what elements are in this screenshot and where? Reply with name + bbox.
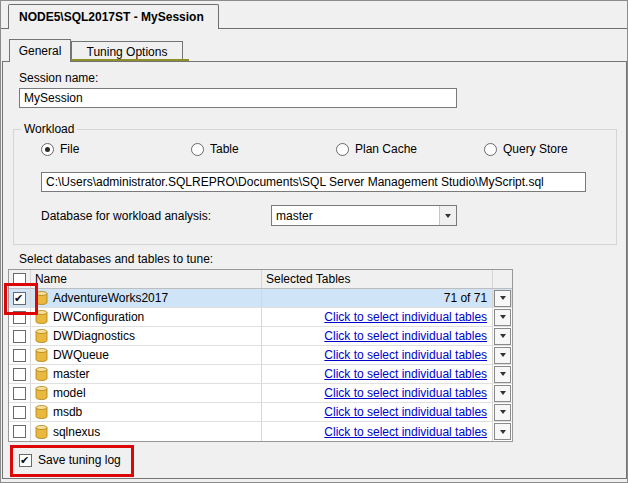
database-icon: [35, 367, 48, 381]
row-checkbox[interactable]: [13, 292, 26, 305]
chevron-down-icon: [500, 296, 506, 300]
chevron-down-icon: [500, 410, 506, 414]
column-header-selected-tables: Selected Tables: [266, 272, 351, 286]
radio-query-store-circle[interactable]: [484, 143, 497, 156]
db-name: msdb: [53, 405, 82, 419]
select-databases-label: Select databases and tables to tune:: [19, 252, 213, 266]
table-row[interactable]: AdventureWorks2017 71 of 71: [9, 289, 512, 308]
selected-tables-value[interactable]: Click to select individual tables: [324, 386, 487, 400]
row-checkbox[interactable]: [13, 311, 26, 324]
row-combo-cell[interactable]: [493, 327, 512, 345]
row-combo-cell[interactable]: [493, 403, 512, 421]
radio-plan-cache-label: Plan Cache: [355, 142, 417, 156]
row-tables-cell[interactable]: Click to select individual tables: [262, 346, 493, 364]
row-combo-cell[interactable]: [493, 384, 512, 402]
radio-file[interactable]: File: [41, 142, 79, 156]
row-name-cell[interactable]: sqlnexus: [31, 422, 262, 441]
tab-tuning-options[interactable]: Tuning Options: [71, 41, 183, 61]
tables-dropdown-button[interactable]: [494, 309, 511, 326]
row-checkbox-cell[interactable]: [9, 403, 31, 421]
tab-general[interactable]: General: [9, 39, 71, 62]
row-checkbox-cell[interactable]: [9, 365, 31, 383]
db-name: DWQueue: [53, 348, 109, 362]
selected-tables-value[interactable]: Click to select individual tables: [324, 348, 487, 362]
row-combo-cell[interactable]: [493, 289, 512, 307]
row-name-cell[interactable]: model: [31, 384, 262, 402]
radio-query-store[interactable]: Query Store: [484, 142, 568, 156]
table-row[interactable]: DWDiagnostics Click to select individual…: [9, 327, 512, 346]
selected-tables-value[interactable]: Click to select individual tables: [324, 329, 487, 343]
selected-tables-value[interactable]: Click to select individual tables: [324, 405, 487, 419]
tables-dropdown-button[interactable]: [494, 328, 511, 345]
table-row[interactable]: msdb Click to select individual tables: [9, 403, 512, 422]
row-tables-cell[interactable]: Click to select individual tables: [262, 403, 493, 421]
row-tables-cell[interactable]: Click to select individual tables: [262, 422, 493, 441]
row-checkbox[interactable]: [13, 349, 26, 362]
row-name-cell[interactable]: DWConfiguration: [31, 308, 262, 326]
row-checkbox-cell[interactable]: [9, 422, 31, 441]
tab-general-label: General: [19, 44, 62, 58]
row-checkbox[interactable]: [13, 406, 26, 419]
row-name-cell[interactable]: DWDiagnostics: [31, 327, 262, 345]
table-row[interactable]: model Click to select individual tables: [9, 384, 512, 403]
session-document-tab[interactable]: NODE5\SQL2017ST - MySession: [8, 4, 219, 29]
row-tables-cell[interactable]: Click to select individual tables: [262, 308, 493, 326]
save-log-checkbox[interactable]: [19, 454, 32, 467]
radio-plan-cache[interactable]: Plan Cache: [336, 142, 417, 156]
database-analysis-dropdown[interactable]: master: [271, 205, 457, 226]
tables-dropdown-button[interactable]: [494, 385, 511, 402]
database-analysis-value: master: [272, 209, 439, 223]
row-name-cell[interactable]: AdventureWorks2017: [31, 289, 262, 307]
chevron-down-icon: [500, 353, 506, 357]
db-name: master: [53, 367, 90, 381]
table-row[interactable]: master Click to select individual tables: [9, 365, 512, 384]
radio-file-circle[interactable]: [41, 143, 54, 156]
header-name-cell[interactable]: Name: [31, 270, 262, 288]
row-name-cell[interactable]: DWQueue: [31, 346, 262, 364]
tables-dropdown-button[interactable]: [494, 404, 511, 421]
table-row[interactable]: DWConfiguration Click to select individu…: [9, 308, 512, 327]
row-tables-cell[interactable]: Click to select individual tables: [262, 365, 493, 383]
radio-query-store-label: Query Store: [503, 142, 568, 156]
row-checkbox-cell[interactable]: [9, 289, 31, 307]
header-checkbox-cell[interactable]: [9, 270, 31, 288]
selected-tables-value[interactable]: Click to select individual tables: [324, 425, 487, 439]
header-tables-cell[interactable]: Selected Tables: [262, 270, 493, 288]
row-tables-cell[interactable]: Click to select individual tables: [262, 327, 493, 345]
table-row[interactable]: sqlnexus Click to select individual tabl…: [9, 422, 512, 441]
row-checkbox-cell[interactable]: [9, 346, 31, 364]
row-checkbox[interactable]: [13, 387, 26, 400]
workload-file-path-input[interactable]: [41, 172, 586, 192]
row-checkbox-cell[interactable]: [9, 308, 31, 326]
row-combo-cell[interactable]: [493, 365, 512, 383]
tables-dropdown-button[interactable]: [494, 347, 511, 364]
row-checkbox-cell[interactable]: [9, 384, 31, 402]
database-dropdown-button[interactable]: [439, 206, 456, 225]
radio-table[interactable]: Table: [191, 142, 239, 156]
row-name-cell[interactable]: msdb: [31, 403, 262, 421]
row-tables-cell[interactable]: 71 of 71: [262, 289, 493, 307]
radio-table-circle[interactable]: [191, 143, 204, 156]
radio-plan-cache-circle[interactable]: [336, 143, 349, 156]
tables-dropdown-button[interactable]: [494, 423, 511, 440]
chevron-down-icon: [500, 430, 506, 434]
row-checkbox[interactable]: [13, 330, 26, 343]
row-combo-cell[interactable]: [493, 346, 512, 364]
save-tuning-log-option[interactable]: Save tuning log: [19, 453, 121, 467]
row-combo-cell[interactable]: [493, 308, 512, 326]
db-name: AdventureWorks2017: [53, 291, 168, 305]
selected-tables-value[interactable]: 71 of 71: [444, 291, 487, 305]
selected-tables-value[interactable]: Click to select individual tables: [324, 310, 487, 324]
row-checkbox[interactable]: [13, 368, 26, 381]
row-name-cell[interactable]: master: [31, 365, 262, 383]
table-row[interactable]: DWQueue Click to select individual table…: [9, 346, 512, 365]
row-checkbox[interactable]: [13, 425, 26, 438]
row-combo-cell[interactable]: [493, 422, 512, 441]
select-all-checkbox[interactable]: [13, 273, 26, 286]
selected-tables-value[interactable]: Click to select individual tables: [324, 367, 487, 381]
row-checkbox-cell[interactable]: [9, 327, 31, 345]
session-name-input[interactable]: [19, 88, 457, 108]
tables-dropdown-button[interactable]: [494, 366, 511, 383]
tables-dropdown-button[interactable]: [494, 290, 511, 307]
row-tables-cell[interactable]: Click to select individual tables: [262, 384, 493, 402]
